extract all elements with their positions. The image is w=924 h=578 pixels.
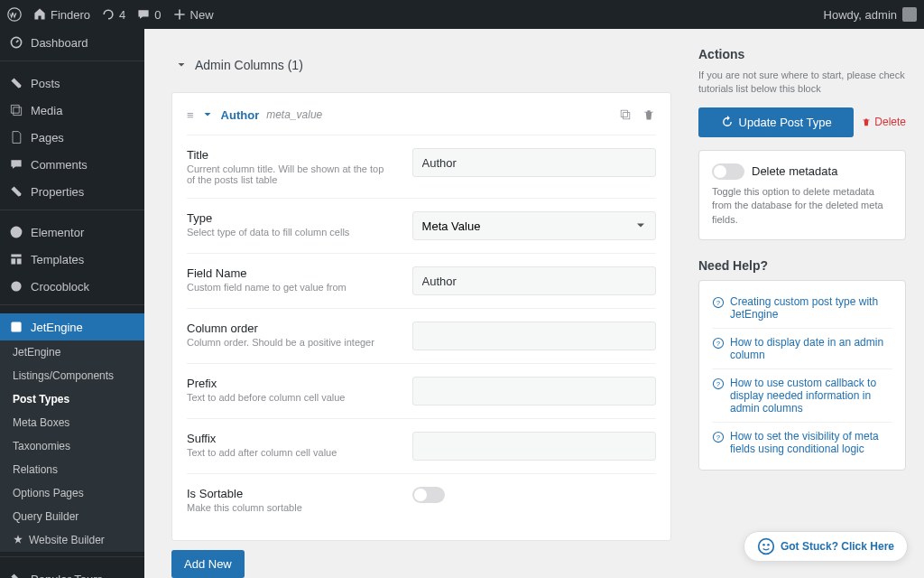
svg-point-23 <box>767 544 770 546</box>
order-input[interactable] <box>412 322 656 350</box>
svg-rect-4 <box>11 322 21 331</box>
submenu-options-pages[interactable]: Options Pages <box>0 481 144 505</box>
prefix-input[interactable] <box>412 377 656 406</box>
sortable-toggle[interactable] <box>412 487 445 503</box>
help-link-3[interactable]: ?How to set the visibility of meta field… <box>712 430 892 455</box>
svg-point-2 <box>11 227 23 238</box>
chevron-down-icon[interactable] <box>201 108 214 121</box>
delete-link[interactable]: Delete <box>861 116 906 128</box>
trash-icon[interactable] <box>642 107 656 122</box>
avatar[interactable] <box>902 7 917 22</box>
add-new-button[interactable]: Add New <box>171 550 245 578</box>
column-title: Author <box>221 108 260 122</box>
svg-text:?: ? <box>716 380 720 388</box>
type-select[interactable]: Meta Value <box>412 211 656 240</box>
actions-heading: Actions <box>698 47 906 61</box>
menu-media[interactable]: Media <box>0 97 144 124</box>
help-link-2[interactable]: ?How to use custom callback to display n… <box>712 377 892 415</box>
menu-popular-tours[interactable]: Popular Tours <box>0 565 144 578</box>
svg-point-22 <box>762 544 765 546</box>
menu-dashboard[interactable]: Dashboard <box>0 29 144 56</box>
copy-icon[interactable] <box>618 107 633 122</box>
submenu-post-types[interactable]: Post Types <box>0 387 144 411</box>
admin-sidebar: Dashboard Posts Media Pages Comments Pro… <box>0 29 144 578</box>
submenu-relations[interactable]: Relations <box>0 458 144 481</box>
new-content[interactable]: New <box>172 7 214 22</box>
updates-count[interactable]: 4 <box>101 7 125 22</box>
chevron-down-icon <box>175 59 188 71</box>
submenu-query-builder[interactable]: Query Builder <box>0 505 144 528</box>
help-box: ?Creating custom post type with JetEngin… <box>698 280 906 471</box>
help-heading: Need Help? <box>698 258 906 273</box>
drag-handle-icon[interactable]: ≡ <box>187 108 194 122</box>
menu-pages[interactable]: Pages <box>0 124 144 151</box>
svg-text:?: ? <box>716 434 720 442</box>
delete-metadata-toggle[interactable] <box>712 163 744 180</box>
svg-text:?: ? <box>716 340 720 348</box>
admin-bar: Findero 4 0 New Howdy, admin <box>0 0 924 29</box>
help-link-1[interactable]: ?How to display date in an admin column <box>712 336 892 361</box>
suffix-input[interactable] <box>412 432 656 461</box>
column-panel: ≡ Author meta_value TitleCurrent column … <box>171 92 671 541</box>
comments-count[interactable]: 0 <box>136 7 161 22</box>
howdy-text[interactable]: Howdy, admin <box>824 8 897 22</box>
help-link-0[interactable]: ?Creating custom post type with JetEngin… <box>712 295 892 321</box>
column-meta: meta_value <box>266 108 322 121</box>
menu-jetengine[interactable]: JetEngine <box>0 313 144 340</box>
svg-rect-8 <box>624 113 630 119</box>
got-stuck-button[interactable]: Got Stuck? Click Here <box>744 531 908 562</box>
wp-logo[interactable] <box>7 7 22 22</box>
svg-rect-7 <box>621 110 627 117</box>
submenu-listings[interactable]: Listings/Components <box>0 364 144 387</box>
menu-crocoblock[interactable]: Crocoblock <box>0 273 144 300</box>
field-input[interactable] <box>412 266 656 295</box>
site-name[interactable]: Findero <box>32 7 90 22</box>
submenu-meta-boxes[interactable]: Meta Boxes <box>0 411 144 434</box>
svg-text:?: ? <box>716 299 720 307</box>
title-input[interactable] <box>412 148 656 177</box>
admin-columns-header[interactable]: Admin Columns (1) <box>162 47 680 83</box>
svg-point-21 <box>759 539 774 555</box>
menu-elementor[interactable]: Elementor <box>0 219 144 246</box>
delete-metadata-box: Delete metadata Toggle this option to de… <box>698 150 906 240</box>
svg-point-0 <box>8 8 21 21</box>
submenu-taxonomies[interactable]: Taxonomies <box>0 434 144 458</box>
menu-posts[interactable]: Posts <box>0 70 144 97</box>
menu-properties[interactable]: Properties <box>0 178 144 205</box>
svg-point-3 <box>11 281 21 291</box>
menu-comments[interactable]: Comments <box>0 151 144 178</box>
menu-templates[interactable]: Templates <box>0 246 144 273</box>
submenu-jetengine[interactable]: JetEngine <box>0 340 144 364</box>
submenu-website-builder[interactable]: Website Builder <box>0 528 144 552</box>
update-post-type-button[interactable]: Update Post Type <box>698 107 854 137</box>
